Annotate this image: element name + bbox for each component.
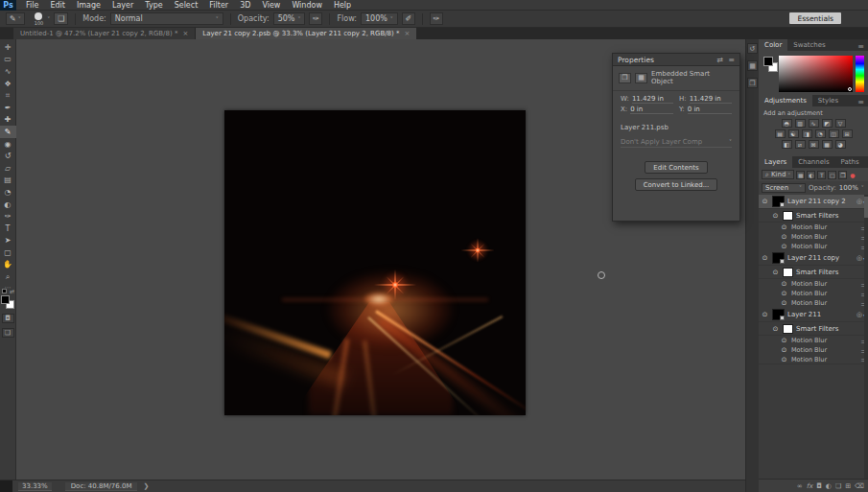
layer-name[interactable]: Layer 211 copy	[787, 254, 854, 262]
filter-name[interactable]: Motion Blur	[791, 223, 827, 231]
layer-row[interactable]: ⊙ Layer 211 copy 2 ◎▾	[759, 195, 868, 209]
visibility-eye-icon[interactable]: ⊙	[780, 290, 788, 297]
layer-row[interactable]: ⊙ Layer 211 copy ◎▾	[759, 251, 868, 266]
filter-row[interactable]: ⊙ Motion Blur ⚌	[759, 355, 868, 364]
gradient-map-icon[interactable]: ▦	[822, 140, 833, 149]
visibility-eye-icon[interactable]: ⊙	[761, 254, 769, 262]
status-options-icon[interactable]: ❯	[143, 482, 149, 490]
menu-file[interactable]: File	[20, 0, 44, 11]
quick-selection-tool[interactable]: ❖	[0, 78, 16, 90]
tab-color[interactable]: Color	[759, 39, 787, 51]
menu-view[interactable]: View	[256, 0, 286, 11]
saturation-brightness-field[interactable]	[779, 56, 853, 92]
photo-filter-icon[interactable]: ◔	[815, 129, 826, 138]
menu-window[interactable]: Window	[286, 0, 328, 11]
visibility-eye-icon[interactable]: ⊙	[780, 233, 788, 241]
eraser-tool[interactable]: ▱	[0, 162, 16, 175]
workspace-switcher-button[interactable]: Essentials	[789, 12, 841, 24]
layer-style-fx-icon[interactable]: fx	[807, 482, 813, 490]
smart-filters-row[interactable]: ⊙ Smart Filters	[759, 209, 868, 223]
spot-healing-brush-tool[interactable]: ✚	[0, 114, 16, 127]
height-field[interactable]: 11.429 in	[690, 95, 732, 104]
type-tool[interactable]: T	[0, 223, 16, 235]
add-layer-mask-icon[interactable]: ◘	[816, 482, 822, 490]
foreground-background-colors[interactable]: ⇄	[1, 295, 14, 309]
filter-shape-layers-icon[interactable]: ▢	[828, 171, 836, 179]
pressure-opacity-button[interactable]: ✑	[309, 12, 322, 25]
edit-contents-button[interactable]: Edit Contents	[645, 161, 707, 174]
layers-scrollbar[interactable]	[864, 195, 868, 479]
x-field[interactable]: 0 in	[630, 105, 673, 114]
opacity-select[interactable]: 50% ˅	[273, 12, 306, 25]
exposure-icon[interactable]: ◩	[822, 119, 833, 128]
panel-menu-icon[interactable]: ≡	[865, 159, 868, 168]
airbrush-button[interactable]: ✐	[402, 12, 415, 25]
document-canvas[interactable]	[224, 110, 526, 415]
lasso-tool[interactable]: ∿	[0, 65, 16, 78]
color-lookup-icon[interactable]: ⊞	[842, 129, 853, 138]
filter-row[interactable]: ⊙ Motion Blur ⚌	[759, 223, 868, 232]
dodge-tool[interactable]: ◐	[0, 199, 16, 211]
filter-mask-thumbnail[interactable]	[783, 211, 793, 221]
blend-mode-select[interactable]: Normal ˅	[110, 12, 223, 25]
new-adjustment-layer-icon[interactable]: ◐	[826, 482, 832, 490]
visibility-eye-icon[interactable]: ⊙	[780, 299, 788, 307]
document-tab-smart-object[interactable]: Layer 21 copy 2.psb @ 33.3% (Layer 211 c…	[196, 28, 416, 39]
filter-mask-thumbnail[interactable]	[783, 324, 793, 334]
menu-filter[interactable]: Filter	[203, 0, 234, 11]
new-layer-icon[interactable]: ⊞	[845, 482, 851, 490]
chevron-down-icon[interactable]: ˅	[861, 184, 864, 191]
collapse-panel-icon[interactable]: ⇄	[717, 56, 724, 64]
properties-panel-header[interactable]: Properties ⇄ ≡	[613, 54, 739, 66]
layer-name[interactable]: Layer 211	[787, 311, 854, 318]
foreground-color-swatch[interactable]	[763, 57, 773, 66]
menu-image[interactable]: Image	[71, 0, 106, 11]
eyedropper-tool[interactable]: ✒	[0, 102, 16, 114]
clone-stamp-tool[interactable]: ◉	[0, 138, 16, 151]
layer-comp-select[interactable]: Don't Apply Layer Comp ˅	[621, 136, 732, 148]
hue-saturation-icon[interactable]: ▤	[775, 129, 786, 138]
filter-mask-thumbnail[interactable]	[783, 268, 793, 277]
menu-3d[interactable]: 3D	[234, 0, 256, 11]
black-white-icon[interactable]: ◨	[802, 129, 812, 138]
filter-row[interactable]: ⊙ Motion Blur ⚌	[759, 242, 868, 251]
filter-name[interactable]: Motion Blur	[791, 233, 827, 241]
posterize-icon[interactable]: ⧄	[795, 140, 806, 149]
smart-filter-icon[interactable]: ◎	[856, 254, 862, 262]
filter-row[interactable]: ⊙ Motion Blur ⚌	[759, 289, 868, 298]
layer-thumbnail[interactable]	[772, 196, 785, 207]
smart-filters-row[interactable]: ⊙ Smart Filters	[759, 266, 868, 279]
curves-icon[interactable]: ∿	[809, 119, 819, 128]
layer-blend-mode-select[interactable]: Screen ˅	[762, 183, 806, 193]
selective-color-icon[interactable]: ◕	[835, 140, 846, 149]
filter-kind-select[interactable]: ⌕ Kind ˅	[762, 170, 794, 179]
filter-row[interactable]: ⊙ Motion Blur ⚌	[759, 232, 868, 242]
path-selection-tool[interactable]: ➤	[0, 235, 16, 247]
toggle-brush-settings-button[interactable]: ❏	[54, 12, 68, 25]
y-field[interactable]: 0 in	[688, 105, 732, 114]
panel-menu-icon[interactable]: ≡	[854, 98, 868, 106]
blur-tool[interactable]: ◔	[0, 186, 16, 199]
hand-tool[interactable]: ✋	[0, 259, 16, 271]
threshold-icon[interactable]: ⊠	[809, 140, 819, 149]
gradient-tool[interactable]: ▤	[0, 175, 16, 187]
link-layers-icon[interactable]: ∞	[797, 482, 803, 490]
foreground-color-swatch[interactable]	[1, 295, 10, 304]
tab-swatches[interactable]: Swatches	[787, 39, 831, 51]
rectangle-tool[interactable]: ▢	[0, 246, 16, 259]
filter-row[interactable]: ⊙ Motion Blur ⚌	[759, 336, 868, 345]
new-group-icon[interactable]: ❏	[835, 482, 841, 490]
visibility-eye-icon[interactable]: ⊙	[780, 337, 788, 344]
menu-layer[interactable]: Layer	[106, 0, 139, 11]
menu-help[interactable]: Help	[328, 0, 357, 11]
channel-mixer-icon[interactable]: ◫	[829, 129, 839, 138]
layer-row[interactable]: ⊙ Layer 211 ◎▾	[759, 308, 868, 322]
filter-name[interactable]: Motion Blur	[791, 290, 827, 297]
history-brush-tool[interactable]: ↺	[0, 150, 16, 162]
smart-filter-icon[interactable]: ◎	[856, 198, 862, 205]
filter-name[interactable]: Motion Blur	[791, 346, 827, 354]
visibility-eye-icon[interactable]: ⊙	[780, 356, 788, 363]
document-tab-untitled[interactable]: Untitled-1 @ 47.2% (Layer 21 copy 2, RGB…	[13, 28, 196, 39]
swap-colors-icon[interactable]: ⇄	[10, 288, 14, 294]
menu-type[interactable]: Type	[139, 0, 168, 11]
